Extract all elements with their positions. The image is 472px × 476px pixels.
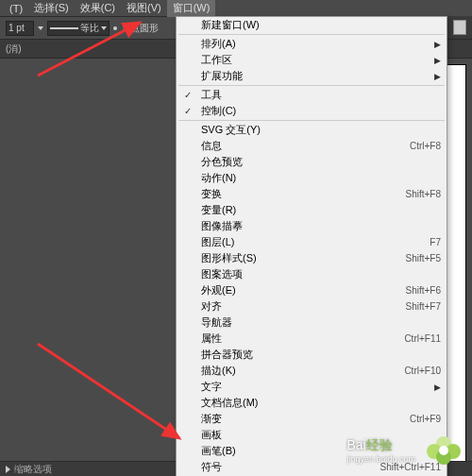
menu-svg[interactable]: SVG 交互(Y) <box>177 122 447 138</box>
menu-align[interactable]: 对齐Shift+F7 <box>177 298 447 314</box>
menu-appearance[interactable]: 外观(E)Shift+F6 <box>177 282 447 298</box>
menu-gradient[interactable]: 渐变Ctrl+F9 <box>177 411 447 427</box>
bottom-label: 缩略选项 <box>14 463 52 476</box>
check-icon: ✓ <box>184 106 192 116</box>
watermark-brand: Bai <box>346 437 365 452</box>
document-tab[interactable]: (消) <box>6 42 22 56</box>
menu-view[interactable]: 视图(V) <box>121 0 167 17</box>
menu-transform[interactable]: 变换Shift+F8 <box>177 186 447 202</box>
menu-navigator[interactable]: 导航器 <box>177 314 447 331</box>
menu-separator <box>178 85 445 86</box>
menu-pattern-options[interactable]: 图案选项 <box>177 266 447 282</box>
menu-select[interactable]: 选择(S) <box>28 0 75 17</box>
menu-extensions[interactable]: 扩展功能▶ <box>177 68 447 84</box>
menu-actions[interactable]: 动作(N) <box>177 170 447 186</box>
menu-image-trace[interactable]: 图像描摹 <box>177 218 447 234</box>
menubar: (T) 选择(S) 效果(C) 视图(V) 窗口(W) <box>0 0 472 17</box>
dropdown-icon <box>101 26 107 30</box>
document-icon <box>453 20 466 35</box>
stroke-style-dropdown[interactable]: 等比 <box>47 21 110 36</box>
menu-tools[interactable]: ✓工具 <box>177 87 447 103</box>
menu-separations[interactable]: 分色预览 <box>177 154 447 170</box>
watermark-url: jingyan.baidu.com <box>346 454 415 464</box>
menu-workspace[interactable]: 工作区▶ <box>177 52 447 68</box>
menu-separator <box>178 120 445 121</box>
menu-doc-info[interactable]: 文档信息(M) <box>177 395 447 411</box>
menu-graphic-styles[interactable]: 图形样式(S)Shift+F5 <box>177 250 447 266</box>
menu-t[interactable]: (T) <box>4 1 28 16</box>
submenu-arrow-icon: ▶ <box>434 72 441 81</box>
menu-info[interactable]: 信息Ctrl+F8 <box>177 138 447 154</box>
line-icon <box>50 27 78 29</box>
point-label: 5 点圆形 <box>123 22 159 35</box>
stroke-width-input[interactable] <box>6 21 34 36</box>
menu-flattener[interactable]: 拼合器预览 <box>177 347 447 363</box>
menu-stroke[interactable]: 描边(K)Ctrl+F10 <box>177 363 447 379</box>
expand-icon[interactable] <box>6 466 10 473</box>
menu-variables[interactable]: 变量(R) <box>177 202 447 218</box>
submenu-arrow-icon: ▶ <box>434 382 441 392</box>
dropdown-icon[interactable] <box>38 26 43 30</box>
submenu-arrow-icon: ▶ <box>434 56 441 65</box>
menu-type[interactable]: 文字▶ <box>177 379 447 395</box>
menu-window[interactable]: 窗口(W) <box>167 0 216 17</box>
menu-arrange[interactable]: 排列(A)▶ <box>177 36 447 52</box>
menu-effect[interactable]: 效果(C) <box>75 0 121 17</box>
menu-control[interactable]: ✓控制(C) <box>177 103 447 119</box>
window-menu: 新建窗口(W) 排列(A)▶ 工作区▶ 扩展功能▶ ✓工具 ✓控制(C) SVG… <box>176 16 447 476</box>
panel-toggle[interactable] <box>447 16 472 39</box>
menu-layers[interactable]: 图层(L)F7 <box>177 234 447 250</box>
svg-point-6 <box>439 446 448 455</box>
check-icon: ✓ <box>184 90 192 100</box>
menu-separator <box>178 34 445 35</box>
submenu-arrow-icon: ▶ <box>434 40 441 49</box>
menu-new-window[interactable]: 新建窗口(W) <box>177 17 447 33</box>
flower-icon <box>421 427 466 472</box>
watermark: Bai经验 jingyan.baidu.com <box>346 427 466 472</box>
dot-icon[interactable] <box>113 26 117 30</box>
menu-attributes[interactable]: 属性Ctrl+F11 <box>177 331 447 347</box>
